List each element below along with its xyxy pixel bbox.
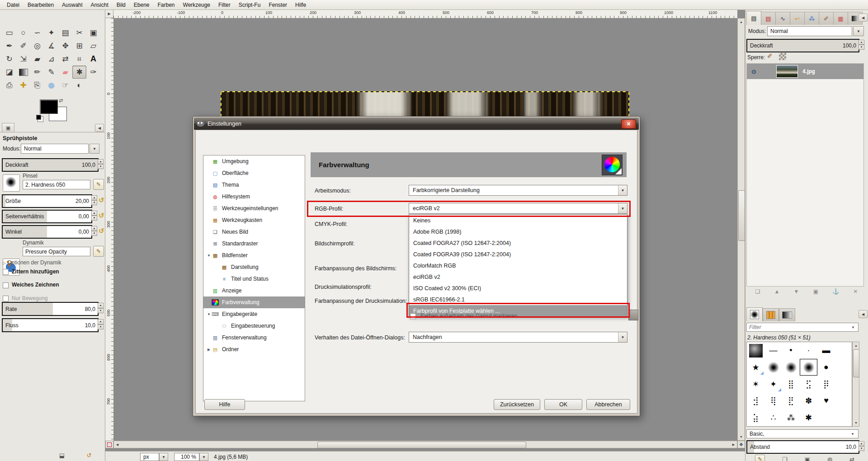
brush-item[interactable]: ⣿ (782, 376, 800, 392)
zoom-arrow-icon[interactable]: ▼ (199, 453, 208, 461)
work-mode-select[interactable]: Farbkorrigierte Darstellung ▼ (409, 185, 627, 196)
brush-filter-input[interactable] (746, 323, 859, 332)
left-dock-collapse-icon[interactable]: ◀ (95, 124, 104, 132)
cancel-button[interactable]: Abbrechen (586, 399, 630, 410)
flip-tool[interactable]: ⇄ (58, 52, 72, 66)
dialog-titlebar[interactable]: Einstellungen ✕ (194, 118, 639, 130)
paint-mode-select[interactable]: Normal (21, 144, 89, 154)
menu-item[interactable]: Auswahl (58, 0, 86, 9)
layer-mode-select[interactable]: Normal (767, 26, 852, 36)
brush-item[interactable]: — (764, 342, 782, 359)
brush-name-field[interactable]: 2. Hardness 050 (23, 180, 90, 189)
checkbox-row[interactable]: Nur Bewegung (3, 295, 102, 301)
dynamics-options-expander[interactable]: ▷ Optionen der Dynamik (3, 259, 61, 266)
pencil-tool[interactable]: ✏ (30, 66, 44, 79)
rgb-profile-arrow-icon[interactable]: ▼ (618, 203, 627, 213)
edit-dynamics-icon[interactable]: ✎ (93, 246, 104, 257)
paintbrush-tool[interactable]: ✎ (44, 66, 58, 79)
ellipse-select-tool[interactable]: ○ (16, 26, 30, 39)
brush-tag-select[interactable]: Basic, ▼ (746, 429, 859, 438)
text-tool[interactable]: A (86, 52, 100, 66)
angle-slider[interactable]: Winkel 0,00 (2, 225, 92, 239)
fuzzy-select-tool[interactable]: ✦ (44, 26, 58, 39)
patterns-tab[interactable]: ▦ (833, 12, 848, 25)
dropdown-option[interactable]: ISO Coated v2 300% (ECI) (409, 282, 627, 294)
unit-arrow-icon[interactable]: ▼ (159, 453, 168, 461)
dynamics-tab[interactable]: ⁂ (804, 12, 819, 25)
dropdown-option[interactable]: Adobe RGB (1998) (409, 226, 627, 237)
crop-tool[interactable]: ▱ (86, 39, 100, 52)
tree-item[interactable]: ≡ Titel und Status (203, 273, 305, 285)
rate-slider[interactable]: Rate 80,0 (2, 302, 99, 316)
tree-item[interactable]: ❏ Neues Bild (203, 226, 305, 238)
refresh-brushes-icon[interactable]: ⇄ (849, 455, 854, 461)
filter-arrow-icon[interactable]: ▼ (851, 325, 855, 329)
brush-item[interactable]: • (782, 342, 800, 359)
heal-tool[interactable]: ✚ (16, 79, 30, 92)
paintbrush-tab[interactable]: ✐ (819, 12, 834, 25)
horizontal-scrollbar[interactable]: ◀ ▶ (113, 441, 737, 448)
navigation-button[interactable]: ✥ (737, 441, 745, 448)
profile-picker-button[interactable] (628, 310, 638, 320)
channels-tab[interactable]: ▤ (761, 12, 776, 25)
move-tool[interactable]: ✥ (58, 39, 72, 52)
layer-opacity-spinner[interactable]: ▲▼ (859, 40, 864, 50)
brush-item[interactable]: ⣺ (747, 392, 764, 409)
tool-options-tab[interactable]: ▣ (2, 123, 14, 132)
paths-tool[interactable]: ✒ (2, 39, 16, 52)
airbrush-tool[interactable]: ✱ (72, 66, 86, 79)
brush-item[interactable] (747, 342, 764, 359)
menu-item[interactable]: Werkzeuge (179, 0, 214, 9)
eraser-tool[interactable]: ▰ (58, 66, 72, 79)
checkbox-row[interactable]: Weiches Zeichnen (3, 282, 102, 288)
gamut-checkbox-row[interactable]: Farben außerhalb des Gamut markieren (410, 313, 517, 319)
color-picker-tool[interactable]: ✐ (16, 39, 30, 52)
rgb-profile-select[interactable]: eciRGB v2 ▼ (409, 203, 627, 214)
brush-scroll-thumb[interactable] (853, 349, 859, 377)
brush-scroll-up-icon[interactable]: ▲ (853, 342, 859, 349)
ink-tool[interactable]: ✑ (86, 66, 100, 79)
help-button[interactable]: Hilfe (204, 399, 245, 410)
rate-spinner[interactable]: ▲▼ (98, 303, 104, 313)
spacing-spinner[interactable]: ▲▼ (859, 441, 864, 451)
tree-item[interactable]: ▦ Werkzeugkasten (203, 214, 305, 226)
foreground-select-tool[interactable]: ▣ (86, 26, 100, 39)
dynamics-name-field[interactable]: Pressure Opacity (23, 247, 90, 256)
brush-scroll-down-icon[interactable]: ▼ (853, 419, 859, 426)
brush-preview-button[interactable] (3, 174, 20, 192)
file-open-behaviour-select[interactable]: Nachfragen ▼ (409, 332, 627, 343)
gradient-tool[interactable] (16, 66, 30, 79)
layers-tab[interactable]: ▤ (746, 11, 761, 25)
gamut-checkbox[interactable] (410, 313, 416, 319)
tree-item[interactable]: ▼ ⌨ Eingabegeräte (203, 308, 305, 320)
tree-item[interactable]: ▦ Umgebung (203, 155, 305, 167)
dropdown-option[interactable]: Coated FOGRA39 (ISO 12647-2:2004) (409, 249, 627, 260)
ok-button[interactable]: OK (544, 399, 582, 410)
lower-layer-icon[interactable]: ▼ (794, 288, 799, 295)
rotate-tool[interactable]: ↻ (2, 52, 16, 66)
brush-item[interactable]: ⡿ (817, 376, 835, 392)
dropdown-option[interactable]: sRGB IEC61966-2.1 (409, 294, 627, 305)
brush-item[interactable]: ♥ (817, 392, 835, 409)
tree-expander-icon[interactable]: ▼ (206, 312, 212, 316)
brush-item[interactable]: ✶ (747, 376, 764, 392)
undo-history-tab[interactable]: ↩ (790, 12, 805, 25)
menu-item[interactable]: Ebene (130, 0, 154, 9)
brush-item[interactable]: ⣟ (782, 392, 800, 409)
select-by-color-tool[interactable]: ▤ (58, 26, 72, 39)
reset-tool-options-icon[interactable]: ↺ (84, 451, 94, 459)
tree-item[interactable]: ☰ Werkzeugeinstellungen (203, 202, 305, 214)
perspective-clone-tool[interactable]: ⎘ (30, 79, 44, 92)
aspect-ratio-slider[interactable]: Seitenverhältnis 0,00 (2, 210, 92, 223)
dropdown-option[interactable]: ColorMatch RGB (409, 260, 627, 271)
brush-item[interactable]: · (800, 342, 817, 359)
delete-brush-icon[interactable]: ◍ (827, 455, 832, 461)
menu-item[interactable]: Fenster (264, 0, 291, 9)
size-spinner[interactable]: ▲▼ (91, 195, 97, 205)
tree-item[interactable]: ◍ Hilfesystem (203, 191, 305, 202)
perspective-tool[interactable]: ⊿ (44, 52, 58, 66)
measure-tool[interactable]: ∡ (44, 39, 58, 52)
gradients-dock-tab[interactable] (779, 308, 795, 321)
paths-tab[interactable]: ∿ (775, 12, 790, 25)
new-brush-icon[interactable]: ❏ (782, 455, 788, 461)
